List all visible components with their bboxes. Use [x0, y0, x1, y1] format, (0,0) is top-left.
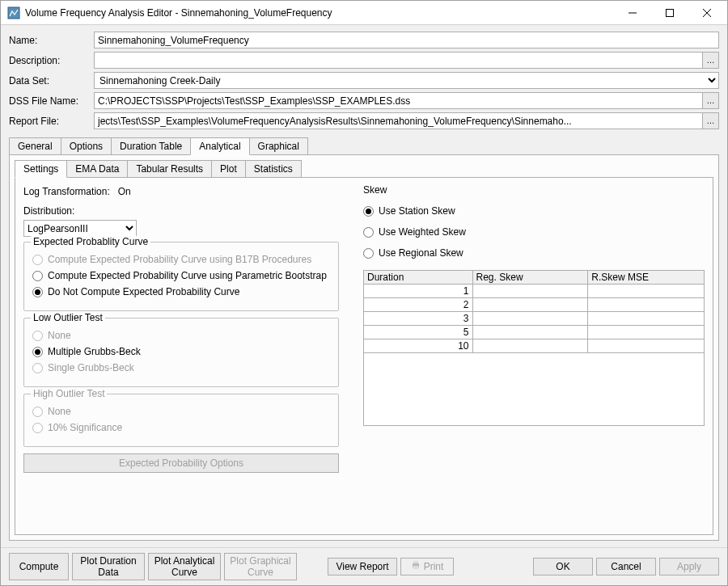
analytical-panel: Settings EMA Data Tabular Results Plot S…	[9, 154, 719, 541]
close-button[interactable]	[688, 1, 726, 24]
skew-opt1[interactable]: Use Station Skew	[363, 205, 705, 217]
expected-prob-title: Expected Probablity Curve	[31, 236, 150, 247]
low-outlier-group: Low Outlier Test None Multiple Grubbs-Be…	[23, 318, 339, 387]
radio-icon	[363, 227, 374, 238]
name-label: Name:	[9, 35, 94, 46]
outer-tabs: General Options Duration Table Analytica…	[9, 137, 719, 154]
plot-analytical-button[interactable]: Plot Analytical Curve	[148, 553, 221, 580]
skew-title: Skew	[363, 184, 705, 196]
high-outlier-opt2: 10% Significance	[32, 422, 330, 433]
plot-graphical-button: Plot Graphical Curve	[224, 553, 297, 580]
svg-rect-6	[413, 561, 418, 563]
table-row: 10	[364, 339, 705, 353]
footer: Compute Plot Duration Data Plot Analytic…	[1, 547, 727, 585]
table-row: 5	[364, 326, 705, 339]
radio-icon	[32, 271, 43, 281]
print-button: Print	[400, 558, 454, 575]
plot-duration-button[interactable]: Plot Duration Data	[72, 553, 145, 580]
description-input[interactable]	[94, 52, 702, 69]
tab-statistics[interactable]: Statistics	[245, 160, 302, 177]
reportfile-input[interactable]	[94, 112, 702, 129]
high-outlier-group: High Outlier Test None 10% Significance	[23, 394, 339, 447]
expected-prob-opt1: Compute Expected Probability Curve using…	[32, 254, 330, 265]
dssfile-input[interactable]	[94, 92, 702, 109]
cancel-button[interactable]: Cancel	[596, 558, 656, 575]
window-title: Volume Frequency Analysis Editor - Sinne…	[25, 7, 614, 19]
low-outlier-title: Low Outlier Test	[31, 312, 105, 323]
settings-panel: Log Transformation: On Distribution: Log…	[15, 177, 713, 535]
radio-icon	[363, 248, 374, 259]
description-label: Description:	[9, 55, 94, 66]
view-report-button[interactable]: View Report	[328, 558, 397, 575]
expected-prob-options-button: Expected Probability Options	[23, 453, 339, 473]
printer-icon	[411, 560, 421, 572]
radio-icon	[32, 255, 43, 265]
ok-button[interactable]: OK	[533, 558, 593, 575]
col-reg-skew: Reg. Skew	[472, 271, 588, 285]
compute-button[interactable]: Compute	[9, 553, 69, 580]
tab-general[interactable]: General	[9, 137, 61, 154]
minimize-button[interactable]	[614, 1, 651, 24]
description-ellipsis-button[interactable]: …	[702, 52, 719, 69]
radio-icon	[32, 363, 43, 373]
low-outlier-opt2[interactable]: Multiple Grubbs-Beck	[32, 346, 330, 357]
distribution-select[interactable]: LogPearsonIII	[23, 220, 137, 237]
radio-icon	[32, 287, 43, 297]
tab-analytical[interactable]: Analytical	[190, 137, 249, 155]
tab-ema-data[interactable]: EMA Data	[66, 160, 128, 177]
radio-icon	[32, 347, 43, 357]
dssfile-ellipsis-button[interactable]: …	[702, 92, 719, 109]
expected-prob-opt2[interactable]: Compute Expected Probability Curve using…	[32, 270, 330, 281]
maximize-button[interactable]	[651, 1, 688, 24]
table-empty-area	[363, 353, 705, 426]
content-area: Name: Description: … Data Set: Sinnemaho…	[1, 25, 727, 547]
dataset-select[interactable]: Sinnemahoning Creek-Daily	[94, 72, 719, 89]
radio-icon	[363, 206, 374, 217]
expected-prob-opt3[interactable]: Do Not Compute Expected Probability Curv…	[32, 286, 330, 297]
app-icon	[7, 6, 20, 19]
table-row: 1	[364, 285, 705, 298]
log-transform-value: On	[118, 186, 131, 197]
reportfile-ellipsis-button[interactable]: …	[702, 112, 719, 129]
skew-opt3[interactable]: Use Regional Skew	[363, 247, 705, 259]
dssfile-label: DSS File Name:	[9, 95, 94, 107]
expected-prob-group: Expected Probablity Curve Compute Expect…	[23, 242, 339, 311]
window-controls	[614, 1, 726, 24]
tab-options[interactable]: Options	[61, 137, 112, 154]
log-transform-label: Log Transformation:	[23, 186, 110, 197]
table-row: 3	[364, 312, 705, 326]
skew-opt2[interactable]: Use Weighted Skew	[363, 226, 705, 238]
dataset-label: Data Set:	[9, 75, 94, 86]
low-outlier-opt3: Single Grubbs-Beck	[32, 362, 330, 373]
col-duration: Duration	[364, 271, 473, 285]
high-outlier-opt1: None	[32, 406, 330, 417]
svg-rect-7	[413, 566, 418, 569]
log-transform-row: Log Transformation: On	[23, 186, 339, 197]
tab-graphical[interactable]: Graphical	[249, 137, 308, 154]
tab-settings[interactable]: Settings	[15, 160, 67, 178]
skew-table: Duration Reg. Skew R.Skew MSE 1 2 3 5 10	[363, 270, 705, 353]
tab-duration-table[interactable]: Duration Table	[111, 137, 191, 154]
col-rskew-mse: R.Skew MSE	[588, 271, 705, 285]
radio-icon	[32, 331, 43, 341]
tab-plot[interactable]: Plot	[211, 160, 246, 177]
inner-tabs: Settings EMA Data Tabular Results Plot S…	[15, 160, 713, 177]
reportfile-label: Report File:	[9, 116, 94, 127]
svg-rect-2	[667, 9, 674, 16]
name-input[interactable]	[94, 32, 719, 48]
low-outlier-opt1: None	[32, 330, 330, 341]
radio-icon	[32, 407, 43, 417]
apply-button: Apply	[659, 558, 719, 575]
radio-icon	[32, 423, 43, 433]
tab-tabular-results[interactable]: Tabular Results	[127, 160, 212, 177]
high-outlier-title: High Outlier Test	[31, 388, 107, 399]
table-row: 2	[364, 298, 705, 312]
distribution-label: Distribution:	[23, 205, 339, 217]
titlebar: Volume Frequency Analysis Editor - Sinne…	[1, 1, 727, 25]
window: Volume Frequency Analysis Editor - Sinne…	[0, 0, 728, 586]
